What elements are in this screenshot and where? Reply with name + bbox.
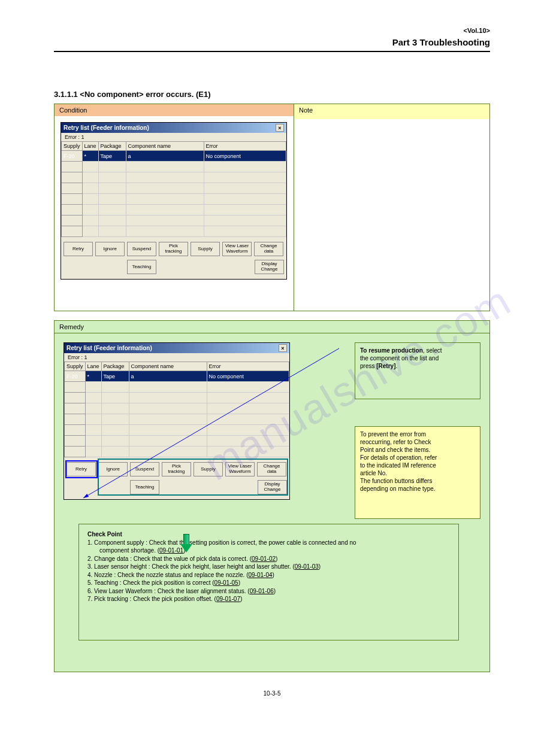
header-title: Part 3 Troubleshooting [392,37,490,47]
table-row [62,226,286,237]
table-row [62,215,286,226]
change-data-button[interactable]: Change data [254,242,283,256]
note-header: Note [294,104,489,119]
cell-package: Tape [101,371,129,382]
col-component: Component name [126,142,204,151]
cell-lane: * [85,371,101,382]
retry-dialog-1: Retry list (Feeder information) × Error … [61,122,287,280]
error-count: Error : 1 [61,133,286,141]
table-row [65,425,289,436]
view-laser-button[interactable]: View Laser Waveform [222,242,252,256]
buttons-highlight [98,459,288,496]
supply-button[interactable]: Supply [191,242,220,256]
col-package: Package [101,362,129,371]
col-supply: Supply [65,362,86,371]
resume-callout: To resume production, select the compone… [355,342,480,399]
col-supply: Supply [62,142,83,151]
prevent-callout: To prevent the error from reoccurring, r… [355,426,480,519]
checkpoint-callout: Check Point 1. Component supply : Check … [78,524,459,640]
arrow-down-head-icon [180,544,192,552]
ignore-button[interactable]: Ignore [95,242,125,256]
table-row [65,403,289,414]
remedy-panel: Remedy Retry list (Feeder information) ×… [54,320,490,672]
retry-table: Supply Lane Package Component name Error… [61,141,286,237]
retry-dialog-2: Retry list (Feeder information) × Error … [64,342,290,500]
table-row-selected[interactable]: F-20 * Tape a No component [62,151,286,162]
table-row [65,447,289,457]
col-package: Package [98,142,126,151]
cell-component: a [126,151,204,162]
table-row [62,205,286,215]
cell-component: a [129,371,207,382]
table-row [62,172,286,183]
cell-supply: F-20 [62,151,83,162]
cell-lane: * [82,151,98,162]
header-rule [54,51,490,52]
condition-header: Condition [55,104,294,116]
table-row [62,162,286,172]
page-number: 10-3-5 [54,690,490,697]
retry-table: Supply Lane Package Component name Error… [64,362,289,457]
table-row [65,393,289,403]
remedy-header: Remedy [55,321,489,333]
col-component: Component name [129,362,207,371]
table-row [65,414,289,425]
pick-tracking-button[interactable]: Pick tracking [159,242,188,256]
teaching-button[interactable]: Teaching [127,260,156,274]
close-icon[interactable]: × [276,124,284,132]
cell-supply: F-20 [65,371,86,382]
retry-highlight [65,460,98,478]
cell-package: Tape [98,151,126,162]
close-icon[interactable]: × [279,344,287,352]
dialog-title-text: Retry list (Feeder information) [64,125,149,131]
header-volume: <Vol.10> [464,27,490,34]
table-row-selected[interactable]: F-20 * Tape a No component [65,371,289,382]
suspend-button[interactable]: Suspend [127,242,156,256]
section-heading: 3.1.1.1 <No component> error occurs. (E1… [54,90,490,99]
col-lane: Lane [82,142,98,151]
dialog-title-text: Retry list (Feeder information) [67,345,152,351]
error-count: Error : 1 [64,353,289,362]
retry-button[interactable]: Retry [64,242,93,256]
col-lane: Lane [85,362,101,371]
checkpoint-heading: Check Point [87,531,122,538]
cell-error: No component [207,371,289,382]
table-row [65,382,289,393]
cell-error: No component [204,151,286,162]
top-panel: Condition Retry list (Feeder information… [54,104,490,311]
col-error: Error [204,142,286,151]
display-change-button[interactable]: Display Change [255,260,284,274]
col-error: Error [207,362,289,371]
table-row [62,183,286,194]
table-row [65,436,289,447]
table-row [62,194,286,205]
arrow-down-icon [183,534,189,545]
